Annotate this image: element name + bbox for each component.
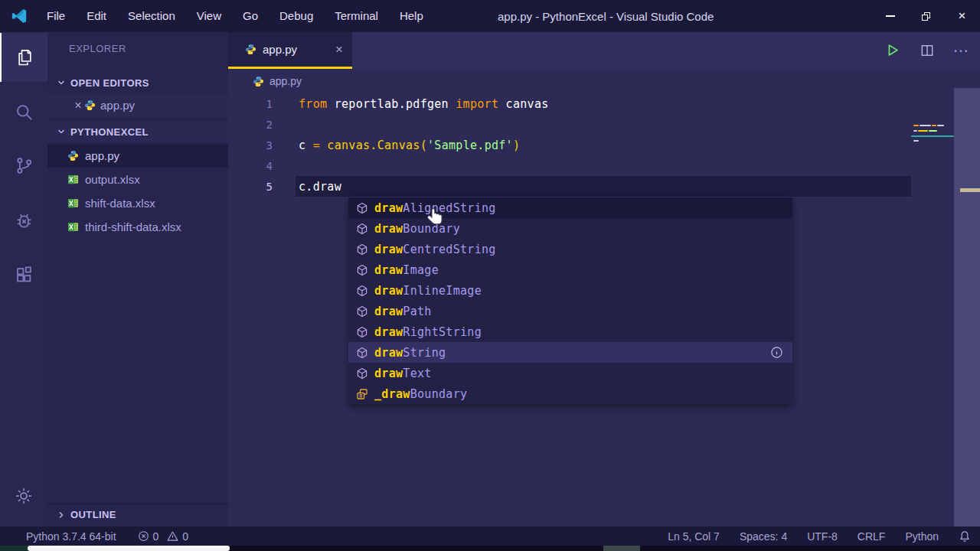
open-editor-label: app.py: [100, 99, 135, 112]
field-icon: [355, 388, 368, 400]
file-item-third-shift-data-xlsx[interactable]: third-shift-data.xlsx: [47, 215, 228, 239]
explorer-sidebar: EXPLORER OPEN EDITORS ×app.py PYTHONEXCE…: [47, 32, 228, 527]
project-header[interactable]: PYTHONEXCEL: [47, 121, 228, 142]
explorer-icon[interactable]: [0, 33, 47, 82]
status-right: Ln 5, Col 7Spaces: 4UTF-8CRLFPython: [668, 530, 971, 543]
menu-go[interactable]: Go: [232, 0, 269, 32]
code-text: from reportlab.pdfgen import canvas: [299, 97, 549, 111]
menu-debug[interactable]: Debug: [269, 0, 324, 32]
status-cursor-position[interactable]: Ln 5, Col 7: [668, 530, 720, 543]
extensions-icon[interactable]: [0, 250, 47, 299]
minimize-button[interactable]: [872, 0, 908, 32]
status-language-mode[interactable]: Python: [905, 530, 939, 543]
menu-edit[interactable]: Edit: [76, 0, 117, 32]
status-indentation[interactable]: Spaces: 4: [740, 530, 787, 543]
suggestion-_drawBoundary[interactable]: _drawBoundary: [348, 383, 792, 404]
more-actions-icon[interactable]: ⋯: [953, 41, 969, 60]
breadcrumb[interactable]: app.py: [228, 69, 980, 93]
suggestion-label: drawRightString: [374, 325, 482, 339]
status-left: Python 3.7.4 64-bit 0 0: [26, 530, 188, 543]
menu-view[interactable]: View: [186, 0, 232, 32]
file-label: shift-data.xlsx: [85, 197, 155, 210]
run-button[interactable]: [884, 42, 901, 59]
restore-icon: [922, 12, 930, 21]
activity-bar: [0, 32, 47, 527]
bottom-strip: [0, 546, 980, 551]
file-item-shift-data-xlsx[interactable]: shift-data.xlsx: [47, 191, 228, 215]
open-editors-list: ×app.py: [47, 93, 228, 117]
restore-button[interactable]: [908, 0, 944, 32]
minimize-icon: [886, 15, 895, 17]
file-label: third-shift-data.xlsx: [85, 220, 181, 233]
suggestion-drawInlineImage[interactable]: drawInlineImage: [348, 280, 792, 301]
suggestion-drawBoundary[interactable]: drawBoundary: [348, 218, 792, 239]
suggestion-drawCentredString[interactable]: drawCentredString: [348, 239, 792, 259]
menu-help[interactable]: Help: [389, 0, 434, 32]
code-line-1[interactable]: 1from reportlab.pdfgen import canvas: [228, 93, 980, 114]
tab-label: app.py: [263, 43, 297, 56]
split-editor-icon[interactable]: [920, 43, 935, 58]
debug-icon[interactable]: [0, 196, 47, 245]
window-title: app.py - PythonExcel - Visual Studio Cod…: [498, 0, 714, 32]
suggestion-drawAlignedString[interactable]: drawAlignedString: [348, 197, 792, 218]
status-problems[interactable]: 0 0: [133, 530, 189, 543]
file-label: output.xlsx: [85, 173, 140, 186]
mouse-cursor: [426, 207, 446, 230]
scrollbar[interactable]: [954, 88, 980, 527]
code-line-2[interactable]: 2: [228, 114, 980, 135]
method-icon: [355, 264, 368, 276]
suggestion-drawPath[interactable]: drawPath: [348, 301, 792, 321]
search-icon[interactable]: [0, 87, 47, 136]
menu-terminal[interactable]: Terminal: [324, 0, 389, 32]
bottom-strip-gray: [603, 546, 640, 551]
line-number: 3: [228, 139, 273, 152]
menu-file[interactable]: File: [36, 0, 76, 32]
line-number: 1: [228, 98, 273, 110]
suggestion-drawString[interactable]: drawString: [348, 342, 792, 363]
current-line-highlight: [296, 176, 911, 197]
python-icon: [253, 76, 264, 87]
status-encoding[interactable]: UTF-8: [807, 530, 838, 543]
editor-group: app.py × ⋯ app.py 1from reportlab.pdfgen…: [228, 32, 980, 527]
method-icon: [355, 285, 368, 297]
sidebar-title: EXPLORER: [69, 43, 126, 54]
file-item-output-xlsx[interactable]: output.xlsx: [47, 168, 228, 191]
chevron-right-icon: [57, 510, 66, 520]
vscode-logo-icon: [10, 7, 28, 25]
open-editors-header[interactable]: OPEN EDITORS: [47, 72, 228, 93]
menu-selection[interactable]: Selection: [117, 0, 186, 32]
open-editors-label: OPEN EDITORS: [70, 77, 149, 89]
open-editor-item[interactable]: ×app.py: [47, 93, 228, 117]
status-python-interpreter[interactable]: Python 3.7.4 64-bit: [26, 530, 116, 543]
suggestion-label: drawPath: [374, 305, 432, 318]
minimap[interactable]: [911, 90, 954, 152]
status-eol[interactable]: CRLF: [858, 530, 886, 543]
notifications-bell-icon: [959, 530, 971, 543]
code-line-4[interactable]: 4: [228, 155, 980, 176]
code-line-3[interactable]: 3c = canvas.Canvas('Sample.pdf'): [228, 135, 980, 155]
source-control-icon[interactable]: [0, 141, 47, 190]
python-icon: [245, 44, 256, 55]
suggestion-drawImage[interactable]: drawImage: [348, 259, 792, 280]
close-editor-icon[interactable]: ×: [72, 99, 84, 112]
settings-gear-icon[interactable]: [0, 476, 47, 516]
overview-ruler-marker: [960, 188, 980, 192]
close-window-button[interactable]: ×: [944, 0, 980, 32]
project-label: PYTHONEXCEL: [70, 126, 149, 138]
chevron-down-icon: [57, 127, 66, 136]
tab-app-py[interactable]: app.py ×: [228, 32, 352, 69]
suggestion-drawRightString[interactable]: drawRightString: [348, 321, 792, 342]
method-icon: [355, 202, 368, 214]
method-icon: [355, 305, 368, 318]
file-item-app-py[interactable]: app.py: [47, 144, 228, 168]
suggestion-drawText[interactable]: drawText: [348, 363, 792, 383]
info-icon[interactable]: [770, 346, 783, 362]
suggestion-label: drawText: [374, 367, 432, 380]
outline-header[interactable]: OUTLINE: [47, 504, 228, 525]
window-controls: ×: [872, 0, 980, 32]
tab-close-icon[interactable]: ×: [335, 42, 343, 57]
code-lines[interactable]: 1from reportlab.pdfgen import canvas23c …: [228, 93, 980, 197]
outline-label: OUTLINE: [70, 509, 116, 520]
file-label: app.py: [85, 149, 119, 162]
code-line-5[interactable]: 5c.draw: [228, 176, 980, 197]
